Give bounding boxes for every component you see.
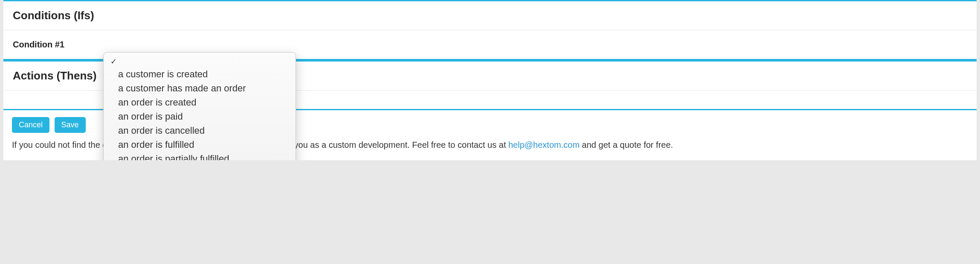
conditions-section-header: Conditions (Ifs)	[3, 0, 977, 30]
dropdown-option[interactable]: an order is created	[104, 95, 296, 109]
dropdown-option[interactable]: a customer has made an order	[104, 81, 296, 95]
dropdown-blank-option[interactable]	[104, 54, 296, 67]
dropdown-option[interactable]: an order is fulfilled	[104, 138, 296, 152]
save-button[interactable]: Save	[55, 117, 86, 133]
footer-text-after: and get a quote for free.	[580, 140, 673, 150]
check-icon: ✓	[110, 57, 117, 66]
dropdown-option[interactable]: an order is cancelled	[104, 123, 296, 138]
support-email-link[interactable]: help@hextom.com	[508, 140, 580, 150]
condition-type-dropdown[interactable]: ✓ a customer is createda customer has ma…	[103, 52, 296, 160]
dropdown-option[interactable]: a customer is created	[104, 67, 296, 81]
cancel-button[interactable]: Cancel	[12, 117, 49, 133]
dropdown-option[interactable]: an order is partially fulfilled	[104, 152, 296, 160]
condition-label: Condition #1	[13, 40, 64, 49]
dropdown-option[interactable]: an order is paid	[104, 109, 296, 123]
